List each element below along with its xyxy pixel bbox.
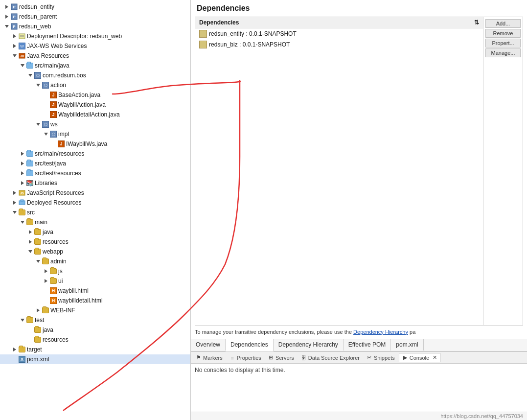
tree-item-admin-ui[interactable]: ui (0, 276, 190, 286)
console-tab-console[interactable]: ▶ Console ✕ (399, 353, 440, 362)
tree-item-iwaybillws[interactable]: IWaybillWs.java (0, 139, 190, 149)
toggle-src-test-resources[interactable] (20, 170, 26, 177)
tree-item-deployed-resources[interactable]: Deployed Resources (0, 198, 190, 208)
toggle-jaxws[interactable] (12, 43, 19, 49)
toggle-src-test-java[interactable] (20, 160, 26, 167)
toggle-redsun-web[interactable] (4, 23, 11, 30)
toggle-main-resources[interactable] (27, 238, 34, 245)
tree-label-main: main (35, 219, 47, 226)
toggle-action[interactable] (35, 82, 42, 89)
tree-item-libraries[interactable]: 📚 Libraries (0, 178, 190, 188)
tree-item-target[interactable]: target (0, 345, 190, 354)
toggle-admin-js[interactable] (43, 268, 50, 275)
tree-item-test-java[interactable]: java (0, 325, 190, 335)
dep-item-0[interactable]: redsun_entity : 0.0.1-SNAPSHOT (195, 28, 483, 39)
tree-item-deployment-desc[interactable]: Deployment Descriptor: redsun_web (0, 31, 190, 41)
tree-item-test-resources[interactable]: resources (0, 335, 190, 345)
tree-item-jaxws[interactable]: W JAX-WS Web Services (0, 41, 190, 51)
tree-item-ws[interactable]: ws (0, 119, 190, 129)
console-tab-console-label: Console (410, 355, 429, 361)
console-tab-datasource[interactable]: 🗄 Data Source Explorer (298, 354, 363, 362)
toggle-redsun-parent[interactable] (4, 13, 11, 20)
dependency-hierarchy-link[interactable]: Dependency Hierarchy (353, 329, 408, 335)
tree-item-com-redsum-bos[interactable]: com.redsum.bos (0, 70, 190, 80)
toggle-deployed-resources[interactable] (12, 199, 19, 206)
toggle-redsun-entity[interactable] (4, 3, 11, 10)
project-tree[interactable]: P redsun_entity P redsun_parent P redsun… (0, 0, 190, 420)
toggle-impl[interactable] (43, 131, 50, 138)
tab-overview[interactable]: Overview (191, 339, 226, 351)
console-tab-markers[interactable]: ⚑ Markers (193, 354, 226, 362)
tree-item-web-inf[interactable]: WEB-INF (0, 305, 190, 315)
toggle-src-main-resources[interactable] (20, 150, 26, 157)
toggle-js-resources[interactable] (12, 189, 19, 196)
toggle-libraries[interactable] (20, 180, 26, 187)
toggle-main[interactable] (20, 219, 26, 226)
tree-label-admin: admin (50, 258, 67, 265)
tab-pom-xml[interactable]: pom.xml (391, 339, 423, 351)
tree-item-waybilldetail-html[interactable]: waybilldetail.html (0, 296, 190, 305)
dependencies-title: Dependencies (191, 0, 527, 17)
tree-item-src-test-java[interactable]: src/test/java (0, 159, 190, 168)
tree-item-webapp[interactable]: webapp (0, 247, 190, 257)
toggle-webapp[interactable] (27, 248, 34, 255)
remove-dependency-button[interactable]: Remove (485, 29, 521, 38)
proj-icon-entity: P (11, 3, 18, 10)
console-tab-snippets[interactable]: ✂ Snippets (364, 354, 398, 362)
toggle-java-resources[interactable] (12, 52, 19, 59)
folder-icon-webapp (34, 249, 41, 255)
tree-item-waybill-html[interactable]: waybill.html (0, 286, 190, 296)
jar-icon-0 (199, 30, 207, 38)
toggle-web-inf[interactable] (35, 307, 42, 314)
console-close-icon[interactable]: ✕ (433, 354, 437, 361)
tree-item-waybilldetail-action[interactable]: WaybilldetailAction.java (0, 110, 190, 119)
tree-item-waybill-action[interactable]: WaybillAction.java (0, 100, 190, 110)
add-dependency-button[interactable]: Add... (485, 19, 521, 28)
tab-effective-pom[interactable]: Effective POM (344, 339, 391, 351)
toggle-src-main-java[interactable] (20, 62, 26, 69)
toggle-main-java[interactable] (27, 229, 34, 235)
tree-item-main-java[interactable]: java (0, 227, 190, 237)
toggle-test[interactable] (20, 317, 26, 324)
console-tab-servers[interactable]: ⊞ Servers (265, 354, 297, 362)
dep-item-1[interactable]: redsun_biz : 0.0.1-SNAPSHOT (195, 39, 483, 50)
toggle-ws[interactable] (35, 121, 42, 128)
tree-item-impl[interactable]: impl (0, 129, 190, 139)
tree-item-redsun-entity[interactable]: P redsun_entity (0, 2, 190, 12)
console-tab-properties[interactable]: ≡ Properties (227, 354, 264, 362)
tree-item-action[interactable]: action (0, 80, 190, 90)
tree-item-main-resources[interactable]: resources (0, 237, 190, 247)
toggle-admin[interactable] (35, 258, 42, 265)
sort-icon[interactable]: ⇅ (474, 19, 479, 26)
toggle-com-redsum-bos[interactable] (27, 72, 34, 79)
console-text: No consoles to display at this time. (195, 367, 285, 373)
tree-item-java-resources[interactable]: JR Java Resources (0, 51, 190, 61)
tab-dependency-hierarchy[interactable]: Dependency Hierarchy (274, 339, 344, 351)
tree-label-libraries: Libraries (35, 180, 57, 187)
tree-item-pom-xml[interactable]: pom.xml (0, 354, 190, 364)
tree-item-redsun-web[interactable]: P redsun_web (0, 22, 190, 31)
properties-dependency-button[interactable]: Propert... (485, 39, 521, 47)
tree-item-admin[interactable]: admin (0, 257, 190, 266)
toggle-target[interactable] (12, 346, 19, 353)
package-icon-ws (42, 121, 49, 128)
tree-item-redsun-parent[interactable]: P redsun_parent (0, 12, 190, 22)
toggle-admin-ui[interactable] (43, 278, 50, 284)
tree-item-src-test-resources[interactable]: src/test/resources (0, 168, 190, 178)
tree-item-main[interactable]: main (0, 217, 190, 227)
package-icon-impl (50, 131, 57, 138)
toggle-deployment[interactable] (12, 33, 19, 40)
manage-dependency-button[interactable]: Manage... (485, 48, 521, 57)
toggle-src-root[interactable] (12, 209, 19, 216)
tree-item-src-main-java[interactable]: src/main/java (0, 61, 190, 70)
tree-item-src-main-resources[interactable]: src/main/resources (0, 149, 190, 159)
tree-item-base-action[interactable]: BaseAction.java (0, 90, 190, 100)
tree-item-javascript-resources[interactable]: JS JavaScript Resources (0, 188, 190, 198)
tree-item-admin-js[interactable]: js (0, 266, 190, 276)
toggle-iwaybillws (51, 140, 58, 147)
snippet-icon: ✂ (367, 355, 372, 361)
ws-icon: W (19, 43, 25, 49)
tree-item-test[interactable]: test (0, 315, 190, 325)
tab-dependencies[interactable]: Dependencies (226, 339, 274, 351)
tree-item-src-root[interactable]: src (0, 208, 190, 217)
